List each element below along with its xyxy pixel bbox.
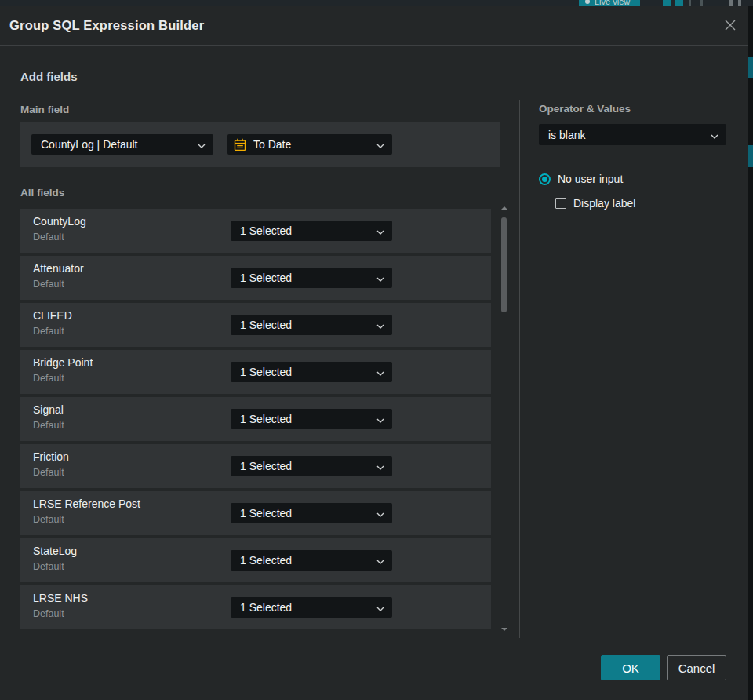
dialog-header: Group SQL Expression Builder — [0, 6, 748, 45]
chevron-down-icon — [376, 600, 384, 614]
cancel-button[interactable]: Cancel — [667, 655, 726, 680]
background-app-topbar: Live view — [0, 0, 753, 6]
close-icon[interactable] — [722, 17, 738, 33]
main-field-value: CountyLog | Default — [41, 138, 193, 151]
field-row: Bridge Point Default 1 Selected — [20, 350, 491, 394]
chevron-down-icon — [376, 318, 384, 332]
field-selected-value: 1 Selected — [240, 460, 372, 472]
chevron-down-icon — [376, 459, 384, 473]
panel-divider — [519, 100, 520, 638]
field-name: Friction — [33, 450, 69, 463]
field-row: Signal Default 1 Selected — [20, 397, 491, 441]
scrollbar-thumb[interactable] — [501, 217, 507, 312]
field-subtitle: Default — [33, 561, 64, 572]
live-view-label: Live view — [595, 0, 630, 6]
field-selected-value: 1 Selected — [240, 554, 372, 567]
field-selected-value: 1 Selected — [240, 224, 372, 237]
chevron-down-icon — [376, 412, 384, 426]
field-selected-value: 1 Selected — [240, 319, 372, 331]
toolbar-divider — [689, 0, 691, 6]
radio-selected-icon — [539, 173, 551, 185]
field-name: CLIFED — [33, 309, 72, 322]
checkbox-label: Display label — [573, 197, 635, 210]
live-dot-icon — [585, 0, 590, 4]
main-field-dropdown[interactable]: CountyLog | Default — [31, 134, 213, 155]
field-selected-dropdown[interactable]: 1 Selected — [231, 597, 392, 618]
field-selected-dropdown[interactable]: 1 Selected — [231, 268, 392, 288]
toolbar-icon[interactable] — [675, 0, 683, 6]
field-subtitle: Default — [33, 608, 64, 619]
field-subtitle: Default — [33, 279, 64, 290]
operator-value: is blank — [548, 129, 706, 141]
field-selected-value: 1 Selected — [240, 272, 372, 284]
field-name: LRSE Reference Post — [33, 498, 140, 510]
display-label-checkbox[interactable]: Display label — [555, 197, 635, 210]
header-divider — [0, 45, 748, 46]
field-name: Signal — [33, 403, 64, 416]
field-type-dropdown[interactable]: To Date — [227, 134, 392, 155]
scroll-up-icon[interactable] — [500, 206, 507, 210]
field-selected-value: 1 Selected — [240, 413, 372, 425]
field-row: StateLog Default 1 Selected — [20, 538, 491, 582]
radio-label: No user input — [558, 173, 623, 185]
chevron-down-icon — [198, 137, 206, 151]
field-subtitle: Default — [33, 514, 64, 525]
field-selected-dropdown[interactable]: 1 Selected — [231, 409, 392, 429]
chevron-down-icon — [711, 128, 718, 142]
all-fields-list: CountyLog Default 1 Selected Attenuator … — [20, 209, 491, 633]
field-selected-dropdown[interactable]: 1 Selected — [231, 550, 392, 571]
field-subtitle: Default — [33, 420, 64, 431]
field-row: LRSE Reference Post Default 1 Selected — [20, 491, 491, 535]
background-app-sidebar — [748, 6, 753, 700]
field-selected-value: 1 Selected — [240, 507, 372, 520]
operator-dropdown[interactable]: is blank — [539, 124, 726, 145]
operator-values-label: Operator & Values — [539, 103, 631, 115]
field-subtitle: Default — [33, 467, 64, 478]
field-selected-dropdown[interactable]: 1 Selected — [231, 503, 392, 523]
field-selected-dropdown[interactable]: 1 Selected — [231, 362, 392, 382]
main-field-panel: CountyLog | Default To Date — [20, 122, 500, 167]
calendar-icon — [234, 138, 246, 151]
field-row: LRSE NHS Default 1 Selected — [20, 585, 491, 629]
sidebar-accent-block — [748, 57, 753, 78]
field-selected-value: 1 Selected — [240, 601, 372, 614]
main-field-label: Main field — [20, 104, 69, 115]
field-row: CLIFED Default 1 Selected — [20, 303, 491, 347]
field-name: Bridge Point — [33, 356, 93, 369]
add-fields-heading: Add fields — [20, 70, 78, 83]
toolbar-icon[interactable] — [663, 0, 671, 6]
all-fields-label: All fields — [20, 187, 64, 199]
field-type-value: To Date — [253, 138, 372, 151]
field-selected-value: 1 Selected — [240, 366, 372, 378]
checkbox-unchecked-icon — [555, 198, 566, 209]
field-name: StateLog — [33, 545, 77, 557]
live-view-button[interactable]: Live view — [579, 0, 640, 6]
field-selected-dropdown[interactable]: 1 Selected — [231, 456, 392, 476]
chevron-down-icon — [376, 271, 384, 285]
field-selected-dropdown[interactable]: 1 Selected — [231, 315, 392, 335]
field-name: CountyLog — [33, 215, 86, 228]
field-name: Attenuator — [33, 262, 84, 275]
pause-icon[interactable] — [729, 0, 733, 6]
chevron-down-icon — [376, 553, 384, 567]
dialog-title: Group SQL Expression Builder — [9, 6, 204, 45]
chevron-down-icon — [376, 506, 384, 520]
no-user-input-radio[interactable]: No user input — [539, 173, 623, 185]
field-row: Attenuator Default 1 Selected — [20, 256, 491, 300]
field-row: CountyLog Default 1 Selected — [20, 209, 491, 253]
chevron-down-icon — [376, 224, 384, 238]
chevron-down-icon — [376, 365, 384, 379]
toolbar-divider — [700, 0, 703, 6]
field-subtitle: Default — [33, 326, 64, 337]
field-subtitle: Default — [33, 232, 64, 242]
pause-icon[interactable] — [738, 0, 741, 6]
sidebar-accent-block — [748, 145, 753, 167]
scroll-down-icon[interactable] — [500, 627, 507, 632]
chevron-down-icon — [376, 137, 384, 151]
field-subtitle: Default — [33, 373, 64, 384]
group-sql-expression-builder-dialog: Group SQL Expression Builder Add fields … — [0, 6, 748, 700]
field-name: LRSE NHS — [33, 592, 88, 604]
field-selected-dropdown[interactable]: 1 Selected — [231, 221, 392, 241]
field-row: Friction Default 1 Selected — [20, 444, 491, 488]
ok-button[interactable]: OK — [601, 655, 660, 680]
